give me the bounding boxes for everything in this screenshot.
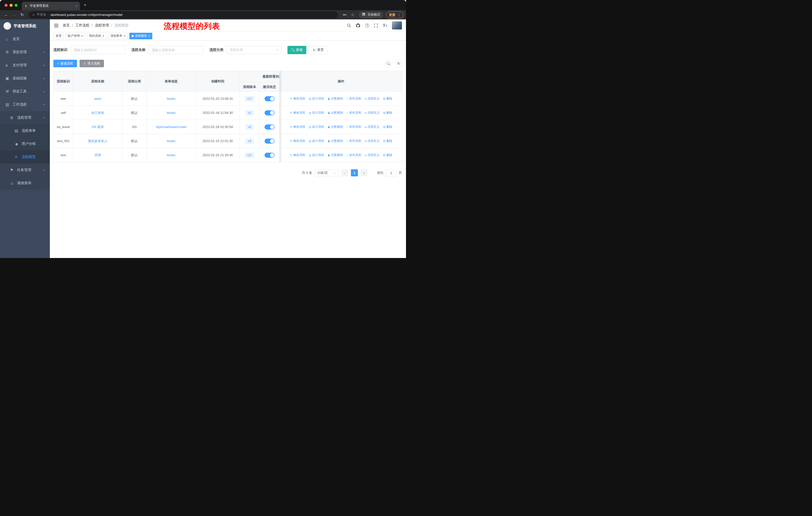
edit-process-link[interactable]: ✎修改流程 [290, 153, 305, 157]
next-page-button[interactable]: › [360, 169, 368, 176]
design-process-link[interactable]: ◎设计流程 [309, 111, 324, 115]
form-info-link[interactable]: biubiu [167, 153, 176, 157]
sidebar-item-workflow[interactable]: ▥ 工作流程 [0, 98, 50, 111]
bookmark-star-icon[interactable]: ☆ [349, 11, 356, 19]
process-id-input[interactable] [70, 46, 125, 54]
tag-tenant-management[interactable]: 租户管理 × [65, 33, 85, 39]
form-info-link[interactable]: biubiu [167, 97, 176, 101]
sidebar-item-home[interactable]: ⌂ 首页 [0, 32, 50, 46]
process-name-input[interactable] [148, 46, 203, 54]
edit-process-link[interactable]: ✎修改流程 [290, 139, 305, 143]
active-status-toggle[interactable] [265, 96, 274, 101]
reset-button[interactable]: ↻ 重置 [309, 46, 328, 54]
process-definition-link[interactable]: ∞流程定义 [365, 125, 380, 129]
create-process-button[interactable]: + 新建流程 [53, 60, 77, 67]
import-process-button[interactable]: ⇧ 导入流程 [80, 60, 104, 67]
process-name-link[interactable]: 测试多审批人 [88, 139, 108, 143]
tag-process-form[interactable]: 流程表单 × [108, 33, 128, 39]
close-window-button[interactable] [4, 4, 7, 7]
sidebar-item-infrastructure[interactable]: ▣ 基础设施 [0, 72, 50, 85]
back-button[interactable]: ← [2, 11, 9, 19]
search-button[interactable]: 搜索 [287, 46, 306, 54]
breadcrumb-workflow[interactable]: 工作流程 [75, 23, 89, 28]
page-number-1[interactable]: 1 [351, 169, 358, 176]
publish-process-link[interactable]: ☝发布流程 [347, 153, 361, 157]
process-name-link[interactable]: 自己审批 [91, 111, 104, 115]
help-icon[interactable]: ? [365, 23, 369, 28]
reload-button[interactable]: ↻ [19, 11, 26, 19]
browser-tab[interactable]: 芋道管理系统 × [22, 2, 80, 10]
page-size-select[interactable]: 10条/页 [315, 169, 339, 176]
process-name-link[interactable]: OA 请假 [92, 125, 104, 129]
sidebar-item-system-management[interactable]: ⚙ 系统管理 [0, 46, 50, 59]
sidebar-logo[interactable]: 芋道管理系统 [0, 19, 50, 32]
assign-rule-link[interactable]: ♟分配规则 [327, 139, 343, 143]
password-key-icon[interactable] [341, 11, 348, 19]
new-tab-button[interactable]: + [84, 2, 87, 8]
tag-close-icon[interactable]: × [123, 34, 125, 37]
user-avatar[interactable] [392, 21, 402, 29]
edit-process-link[interactable]: ✎修改流程 [290, 125, 305, 129]
active-status-toggle[interactable] [265, 153, 274, 158]
edit-process-link[interactable]: ✎修改流程 [290, 111, 305, 115]
tag-my-process[interactable]: 我的流程 × [87, 33, 107, 39]
sidebar-item-user-group[interactable]: ☻ 用户分组 [0, 137, 50, 151]
tag-process-model[interactable]: 流程模型 × [129, 33, 152, 39]
font-size-icon[interactable]: TT [383, 23, 387, 28]
process-name-link[interactable]: 滔博 [94, 153, 101, 157]
form-info-link[interactable]: biubiu [167, 111, 176, 115]
security-label[interactable]: 不安全 [37, 12, 46, 17]
delete-process-link[interactable]: ⊟删除 [383, 97, 393, 101]
process-name-link[interactable]: eeee [94, 97, 102, 101]
publish-process-link[interactable]: ☝发布流程 [347, 97, 361, 101]
edit-process-link[interactable]: ✎修改流程 [290, 97, 305, 101]
design-process-link[interactable]: ◎设计流程 [309, 97, 324, 101]
update-button[interactable]: 更新 ⋮ [386, 11, 404, 19]
sidebar-item-payment-management[interactable]: ¥ 支付管理 [0, 59, 50, 72]
refresh-table-button[interactable]: ↻ [395, 60, 403, 67]
goto-page-input[interactable] [386, 169, 397, 176]
tag-close-icon[interactable]: × [81, 34, 83, 37]
zoom-window-button[interactable] [14, 4, 18, 7]
github-icon[interactable] [356, 23, 360, 28]
tag-home[interactable]: 首页 [53, 33, 64, 39]
sidebar-item-process-model[interactable]: ✈ 流程模型 [0, 151, 50, 164]
delete-process-link[interactable]: ⊟删除 [383, 125, 393, 129]
url-text[interactable]: dashboard.yudao.iocoder.cn/bpm/manager/m… [50, 13, 122, 17]
publish-process-link[interactable]: ☝发布流程 [347, 111, 361, 115]
assign-rule-link[interactable]: ♟分配规则 [327, 153, 343, 157]
process-definition-link[interactable]: ∞流程定义 [365, 139, 380, 143]
assign-rule-link[interactable]: ♟分配规则 [327, 97, 343, 101]
breadcrumb-process-management[interactable]: 流程管理 [95, 23, 109, 28]
design-process-link[interactable]: ◎设计流程 [309, 139, 324, 143]
assign-rule-link[interactable]: ♟分配规则 [327, 111, 343, 115]
menu-kebab-icon[interactable]: ⋮ [397, 13, 401, 17]
search-icon[interactable] [347, 23, 351, 28]
assign-rule-link[interactable]: ♟分配规则 [327, 125, 343, 129]
delete-process-link[interactable]: ⊟删除 [383, 153, 393, 157]
toggle-search-button[interactable] [384, 60, 392, 67]
prev-page-button[interactable]: ‹ [341, 169, 348, 176]
sidebar-item-leave-query[interactable]: ☺ 请假查询 [0, 176, 50, 190]
minimize-window-button[interactable] [9, 4, 12, 7]
tag-close-icon[interactable]: × [148, 34, 150, 37]
address-bar[interactable]: ⚠ 不安全 dashboard.yudao.iocoder.cn/bpm/man… [29, 11, 338, 19]
publish-process-link[interactable]: ☝发布流程 [347, 139, 361, 143]
forward-button[interactable]: → [10, 11, 18, 19]
category-select[interactable]: 流程分类 [227, 46, 282, 54]
publish-process-link[interactable]: ☝发布流程 [347, 125, 361, 129]
sidebar-item-dev-tools[interactable]: ⚒ 研发工具 [0, 85, 50, 98]
form-info-link[interactable]: /bpm/oa/leave/create [156, 125, 186, 129]
sidebar-item-process-management[interactable]: ≣ 流程管理 [0, 111, 50, 124]
sidebar-item-process-form[interactable]: ▤ 流程表单 [0, 124, 50, 137]
incognito-badge[interactable]: 无痕模式 [359, 11, 383, 19]
process-definition-link[interactable]: ∞流程定义 [365, 97, 380, 101]
design-process-link[interactable]: ◎设计流程 [309, 153, 324, 157]
process-definition-link[interactable]: ∞流程定义 [365, 111, 380, 115]
process-definition-link[interactable]: ∞流程定义 [365, 153, 380, 157]
sidebar-toggle-button[interactable] [54, 24, 59, 27]
tab-close-icon[interactable]: × [76, 4, 78, 8]
active-status-toggle[interactable] [265, 139, 274, 144]
active-status-toggle[interactable] [265, 125, 274, 130]
delete-process-link[interactable]: ⊟删除 [383, 111, 393, 115]
